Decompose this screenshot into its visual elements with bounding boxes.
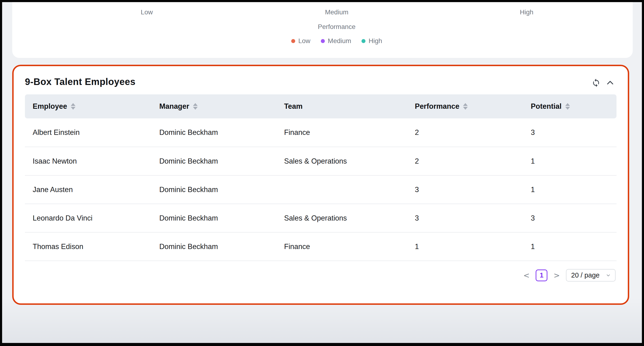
legend-label-high: High (368, 37, 382, 45)
caret-up-icon (71, 103, 76, 106)
legend-item-high[interactable]: High (362, 37, 382, 45)
table-row: Albert Einstein Dominic Beckham Finance … (25, 118, 616, 147)
column-header-team[interactable]: Team (276, 94, 407, 118)
caret-up-icon (463, 103, 468, 106)
next-page-button[interactable]: > (552, 271, 561, 280)
chevron-up-icon (606, 78, 614, 87)
cell-employee: Albert Einstein (25, 118, 152, 147)
cell-team: Finance (276, 232, 407, 261)
table-header: Employee Manager Team Performance Potent… (25, 94, 616, 118)
cell-performance: 3 (407, 175, 523, 204)
column-label-employee: Employee (33, 102, 67, 111)
sort-icon[interactable] (71, 103, 76, 110)
cell-performance: 2 (407, 147, 523, 175)
column-label-manager: Manager (159, 102, 189, 111)
cell-employee: Thomas Edison (25, 232, 152, 261)
table-row: Jane Austen Dominic Beckham 3 1 (25, 175, 616, 204)
caret-up-icon (193, 103, 198, 106)
axis-line-medium (244, 0, 430, 2)
refresh-icon (592, 78, 600, 87)
cell-potential: 3 (523, 204, 616, 232)
cell-manager: Dominic Beckham (152, 204, 276, 232)
legend-dot-high-icon (362, 39, 366, 43)
chart-legend: Low Medium High (54, 37, 620, 45)
x-axis-segment-lines (54, 0, 620, 2)
legend-dot-low-icon (291, 39, 295, 43)
legend-label-low: Low (298, 37, 310, 45)
sort-icon[interactable] (463, 103, 468, 110)
sort-icon[interactable] (565, 103, 570, 110)
cell-potential: 3 (523, 118, 616, 147)
cell-employee: Jane Austen (25, 175, 152, 204)
cell-potential: 1 (523, 232, 616, 261)
caret-down-icon (193, 107, 198, 110)
page-size-value: 20 / page (571, 271, 600, 279)
cell-team: Sales & Operations (276, 204, 407, 232)
legend-label-medium: Medium (328, 37, 352, 45)
cell-potential: 1 (523, 175, 616, 204)
collapse-button[interactable] (606, 78, 614, 87)
legend-dot-medium-icon (321, 39, 325, 43)
column-header-employee[interactable]: Employee (25, 94, 152, 118)
column-label-team: Team (284, 102, 303, 111)
cell-performance: 1 (407, 232, 523, 261)
axis-label-medium: Medium (244, 9, 430, 16)
axis-label-high: High (434, 9, 620, 16)
card-actions (592, 78, 614, 87)
cell-manager: Dominic Beckham (152, 232, 276, 261)
page-size-select[interactable]: 20 / page (566, 269, 616, 281)
cell-potential: 1 (523, 147, 616, 175)
x-axis-title: Performance (54, 23, 620, 31)
table-row: Leonardo Da Vinci Dominic Beckham Sales … (25, 204, 616, 232)
table-row: Thomas Edison Dominic Beckham Finance 1 … (25, 232, 616, 261)
axis-label-low: Low (54, 9, 240, 16)
caret-up-icon (565, 103, 570, 106)
cell-manager: Dominic Beckham (152, 118, 276, 147)
cell-team: Sales & Operations (276, 147, 407, 175)
column-header-potential[interactable]: Potential (523, 94, 616, 118)
prev-page-button[interactable]: < (522, 271, 531, 280)
legend-item-medium[interactable]: Medium (321, 37, 352, 45)
caret-down-icon (463, 107, 468, 110)
chevron-down-icon (606, 273, 611, 278)
card-header: 9-Box Talent Employees (25, 77, 616, 87)
cell-performance: 3 (407, 204, 523, 232)
cell-manager: Dominic Beckham (152, 175, 276, 204)
chart-card: Low Medium High Performance Low Medium H… (12, 0, 633, 58)
cell-team (276, 175, 407, 204)
cell-employee: Leonardo Da Vinci (25, 204, 152, 232)
column-label-potential: Potential (531, 102, 562, 111)
column-label-performance: Performance (415, 102, 460, 111)
caret-down-icon (71, 107, 76, 110)
column-header-manager[interactable]: Manager (152, 94, 276, 118)
cell-employee: Isaac Newton (25, 147, 152, 175)
cell-team: Finance (276, 118, 407, 147)
employees-table: Employee Manager Team Performance Potent… (25, 94, 616, 261)
cell-performance: 2 (407, 118, 523, 147)
pagination: < 1 > 20 / page (25, 269, 616, 281)
table-row: Isaac Newton Dominic Beckham Sales & Ope… (25, 147, 616, 175)
cell-manager: Dominic Beckham (152, 147, 276, 175)
caret-down-icon (565, 107, 570, 110)
card-title: 9-Box Talent Employees (25, 77, 136, 87)
axis-line-low (54, 0, 240, 2)
refresh-button[interactable] (592, 78, 600, 87)
talent-employees-card: 9-Box Talent Employees Employee (12, 65, 629, 305)
column-header-performance[interactable]: Performance (407, 94, 523, 118)
page-number-button[interactable]: 1 (536, 269, 548, 281)
axis-line-high (434, 0, 620, 2)
x-axis-category-labels: Low Medium High (54, 9, 620, 16)
legend-item-low[interactable]: Low (291, 37, 310, 45)
sort-icon[interactable] (193, 103, 198, 110)
